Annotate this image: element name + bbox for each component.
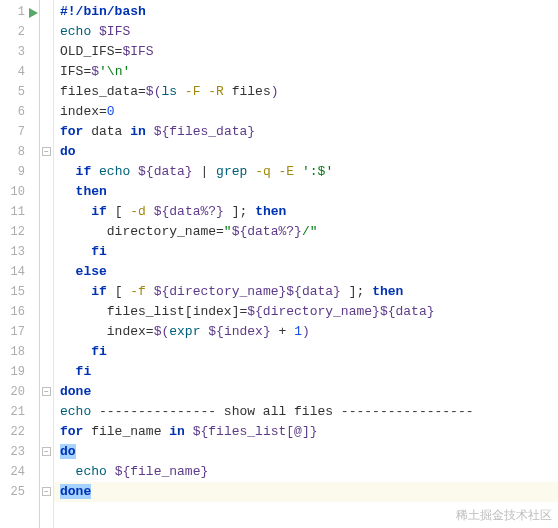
fold-toggle-icon[interactable]: − [42, 447, 51, 456]
line-number[interactable]: 13 [0, 242, 39, 262]
line-number[interactable]: 24 [0, 462, 39, 482]
line-number[interactable]: 18 [0, 342, 39, 362]
assign-lhs: IFS [60, 64, 83, 79]
line-number[interactable]: 7 [0, 122, 39, 142]
line-number[interactable]: 20 [0, 382, 39, 402]
line-number[interactable]: 9 [0, 162, 39, 182]
echo-text: --------------- show all files ---------… [99, 404, 473, 419]
keyword-done: done [60, 484, 91, 499]
assign-lhs: files_list[index] [107, 304, 240, 319]
line-number[interactable]: 1 [0, 2, 39, 22]
line-number[interactable]: 17 [0, 322, 39, 342]
keyword-fi: fi [91, 244, 107, 259]
keyword-then: then [76, 184, 107, 199]
var-ref: $IFS [99, 24, 130, 39]
keyword-if: if [76, 164, 92, 179]
line-number[interactable]: 16 [0, 302, 39, 322]
keyword-else: else [76, 264, 107, 279]
line-number[interactable]: 19 [0, 362, 39, 382]
line-number[interactable]: 15 [0, 282, 39, 302]
string-literal: ':$' [302, 164, 333, 179]
fold-gutter: − − − − [40, 0, 54, 528]
fold-toggle-icon[interactable]: − [42, 487, 51, 496]
shebang: #!/bin/bash [60, 4, 146, 19]
cmd-grep: grep [216, 164, 247, 179]
line-number[interactable]: 23 [0, 442, 39, 462]
keyword-do: do [60, 144, 76, 159]
line-number[interactable]: 25 [0, 482, 39, 502]
line-number[interactable]: 22 [0, 422, 39, 442]
svg-marker-0 [29, 8, 38, 18]
number-literal: 0 [107, 104, 115, 119]
assign-lhs: OLD_IFS [60, 44, 115, 59]
var-ref: ${files_data} [154, 124, 255, 139]
cmd-expr: expr [169, 324, 200, 339]
line-number[interactable]: 14 [0, 262, 39, 282]
string-literal: '\n' [99, 64, 130, 79]
cmd-ls: ls [161, 84, 177, 99]
line-number[interactable]: 10 [0, 182, 39, 202]
line-number[interactable]: 6 [0, 102, 39, 122]
line-number[interactable]: 11 [0, 202, 39, 222]
var-ref: $IFS [122, 44, 153, 59]
assign-lhs: index [107, 324, 146, 339]
line-number[interactable]: 12 [0, 222, 39, 242]
keyword-done: done [60, 384, 91, 399]
assign-lhs: files_data [60, 84, 138, 99]
line-number[interactable]: 5 [0, 82, 39, 102]
fold-toggle-icon[interactable]: − [42, 387, 51, 396]
code-area[interactable]: #!/bin/bash echo $IFS OLD_IFS=$IFS IFS=$… [54, 0, 558, 528]
line-number[interactable]: 8 [0, 142, 39, 162]
keyword-for: for [60, 124, 83, 139]
line-number-gutter: 1 2 3 4 5 6 7 8 9 10 11 12 13 14 15 16 1… [0, 0, 40, 528]
watermark-text: 稀土掘金技术社区 [456, 507, 552, 524]
line-number[interactable]: 2 [0, 22, 39, 42]
line-number[interactable]: 4 [0, 62, 39, 82]
assign-lhs: index [60, 104, 99, 119]
line-number[interactable]: 3 [0, 42, 39, 62]
builtin-echo: echo [60, 24, 91, 39]
assign-lhs: directory_name [107, 224, 216, 239]
keyword-do: do [60, 444, 76, 459]
line-number[interactable]: 21 [0, 402, 39, 422]
code-editor: 1 2 3 4 5 6 7 8 9 10 11 12 13 14 15 16 1… [0, 0, 558, 528]
fold-toggle-icon[interactable]: − [42, 147, 51, 156]
